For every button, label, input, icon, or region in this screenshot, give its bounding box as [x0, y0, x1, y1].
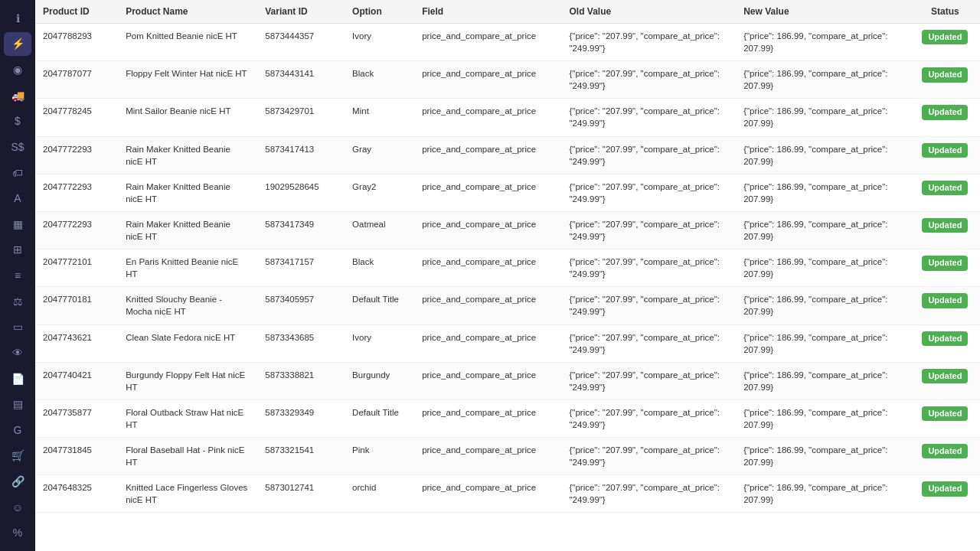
cell-old-value: {"price": "207.99", "compare_at_price": …: [562, 24, 737, 61]
type-icon[interactable]: A: [4, 186, 31, 210]
cell-status: Updated: [910, 99, 980, 136]
table-row: 2047770181 Knitted Slouchy Beanie - Moch…: [35, 287, 980, 324]
col-header-variant: Variant ID: [257, 0, 345, 24]
cell-option: Default Title: [345, 287, 414, 324]
cell-new-value: {"price": 186.99, "compare_at_price": 20…: [736, 174, 910, 211]
sidebar: ℹ⚡◉🚚$S$🏷A▦⊞≡⚖▭👁📄▤G🛒🔗☺%: [0, 0, 35, 551]
status-badge: Updated: [922, 143, 968, 158]
cell-option: Mint: [345, 99, 414, 136]
col-header-status: Status: [910, 0, 980, 24]
list-icon[interactable]: ≡: [4, 263, 31, 288]
cell-new-value: {"price": 186.99, "compare_at_price": 20…: [736, 99, 910, 136]
cell-new-value: {"price": 186.99, "compare_at_price": 20…: [736, 399, 910, 437]
lightning-icon[interactable]: ⚡: [4, 32, 31, 57]
tag-icon[interactable]: 🏷: [4, 161, 31, 185]
dollar-tag-icon[interactable]: S$: [4, 135, 31, 159]
table-row: 2047772293 Rain Maker Knitted Beanie nic…: [35, 211, 980, 249]
data-table: Product ID Product Name Variant ID Optio…: [35, 0, 980, 513]
cell-status: Updated: [910, 174, 980, 211]
table-container[interactable]: Product ID Product Name Variant ID Optio…: [35, 0, 980, 551]
col-header-name: Product Name: [118, 0, 257, 24]
cell-product-name: Mint Sailor Beanie nicE HT: [118, 99, 257, 136]
cell-new-value: {"price": 186.99, "compare_at_price": 20…: [736, 362, 910, 399]
cart-icon[interactable]: 🛒: [4, 444, 31, 468]
cell-product-name: Rain Maker Knitted Beanie nicE HT: [118, 174, 257, 211]
grid-icon[interactable]: ⊞: [4, 238, 31, 262]
table-header: Product ID Product Name Variant ID Optio…: [35, 0, 980, 24]
cell-status: Updated: [910, 24, 980, 61]
cell-field: price_and_compare_at_price: [414, 438, 561, 475]
cell-product-id: 2047778245: [35, 99, 118, 136]
cell-product-name: Floppy Felt Winter Hat nicE HT: [118, 61, 257, 99]
cell-new-value: {"price": 186.99, "compare_at_price": 20…: [736, 211, 910, 249]
table-row: 2047731845 Floral Baseball Hat - Pink ni…: [35, 438, 980, 475]
cell-status: Updated: [910, 136, 980, 174]
cell-old-value: {"price": "207.99", "compare_at_price": …: [562, 324, 737, 362]
cell-product-name: En Paris Knitted Beanie nicE HT: [118, 249, 257, 287]
table-row: 2047740421 Burgundy Floppy Felt Hat nicE…: [35, 362, 980, 399]
cell-status: Updated: [910, 249, 980, 287]
cell-variant-id: 5873329349: [257, 399, 345, 437]
cell-new-value: {"price": 186.99, "compare_at_price": 20…: [736, 61, 910, 99]
status-badge: Updated: [922, 181, 968, 195]
cell-option: Default Title: [345, 399, 414, 437]
cell-field: price_and_compare_at_price: [414, 324, 561, 362]
percent-icon[interactable]: %: [4, 521, 31, 546]
cell-old-value: {"price": "207.99", "compare_at_price": …: [562, 475, 737, 513]
circle-icon[interactable]: ◉: [4, 57, 31, 82]
status-badge: Updated: [922, 218, 968, 233]
cell-product-id: 2047787077: [35, 61, 118, 99]
table-row: 2047743621 Clean Slate Fedora nicE HT 58…: [35, 324, 980, 362]
cell-option: Gray2: [345, 174, 414, 211]
smile-icon[interactable]: ☺: [4, 495, 31, 520]
table-row: 2047735877 Floral Outback Straw Hat nicE…: [35, 399, 980, 437]
status-badge: Updated: [922, 293, 968, 308]
cell-product-id: 2047772293: [35, 136, 118, 174]
doc-icon[interactable]: 📄: [4, 367, 31, 391]
table-row: 2047772293 Rain Maker Knitted Beanie nic…: [35, 174, 980, 211]
cell-status: Updated: [910, 324, 980, 362]
cell-old-value: {"price": "207.99", "compare_at_price": …: [562, 61, 737, 99]
cell-new-value: {"price": 186.99, "compare_at_price": 20…: [736, 287, 910, 324]
cell-field: price_and_compare_at_price: [414, 475, 561, 513]
col-header-new: New Value: [736, 0, 910, 24]
cell-product-name: Floral Baseball Hat - Pink nicE HT: [118, 438, 257, 475]
scale-icon[interactable]: ⚖: [4, 289, 31, 314]
status-badge: Updated: [922, 256, 968, 270]
cell-product-id: 2047772101: [35, 249, 118, 287]
cell-field: price_and_compare_at_price: [414, 362, 561, 399]
cell-field: price_and_compare_at_price: [414, 24, 561, 61]
cell-field: price_and_compare_at_price: [414, 287, 561, 324]
cell-product-name: Burgundy Floppy Felt Hat nicE HT: [118, 362, 257, 399]
cell-variant-id: 5873417349: [257, 211, 345, 249]
cell-old-value: {"price": "207.99", "compare_at_price": …: [562, 438, 737, 475]
info-icon[interactable]: ℹ: [4, 6, 31, 31]
cell-new-value: {"price": 186.99, "compare_at_price": 20…: [736, 24, 910, 61]
cell-new-value: {"price": 186.99, "compare_at_price": 20…: [736, 475, 910, 513]
cell-variant-id: 5873012741: [257, 475, 345, 513]
cell-product-id: 2047740421: [35, 362, 118, 399]
cell-variant-id: 5873429701: [257, 99, 345, 136]
cell-option: Black: [345, 61, 414, 99]
cell-old-value: {"price": "207.99", "compare_at_price": …: [562, 211, 737, 249]
cell-product-id: 2047735877: [35, 399, 118, 437]
col-header-id: Product ID: [35, 0, 118, 24]
link-icon[interactable]: 🔗: [4, 469, 31, 494]
barcode-icon[interactable]: ▤: [4, 392, 31, 416]
eye-icon[interactable]: 👁: [4, 341, 31, 365]
truck-icon[interactable]: 🚚: [4, 83, 31, 108]
monitor-icon[interactable]: ▭: [4, 315, 31, 340]
google-icon[interactable]: G: [4, 418, 31, 442]
table-row: 2047648325 Knitted Lace Fingerless Glove…: [35, 475, 980, 513]
dollar-icon[interactable]: $: [4, 109, 31, 134]
col-header-field: Field: [414, 0, 561, 24]
status-badge: Updated: [922, 30, 968, 44]
cell-status: Updated: [910, 211, 980, 249]
table-icon[interactable]: ▦: [4, 212, 31, 236]
cell-option: orchid: [345, 475, 414, 513]
cell-variant-id: 5873405957: [257, 287, 345, 324]
cell-old-value: {"price": "207.99", "compare_at_price": …: [562, 249, 737, 287]
cell-new-value: {"price": 186.99, "compare_at_price": 20…: [736, 438, 910, 475]
table-body: 2047788293 Pom Knitted Beanie nicE HT 58…: [35, 24, 980, 513]
cell-field: price_and_compare_at_price: [414, 174, 561, 211]
